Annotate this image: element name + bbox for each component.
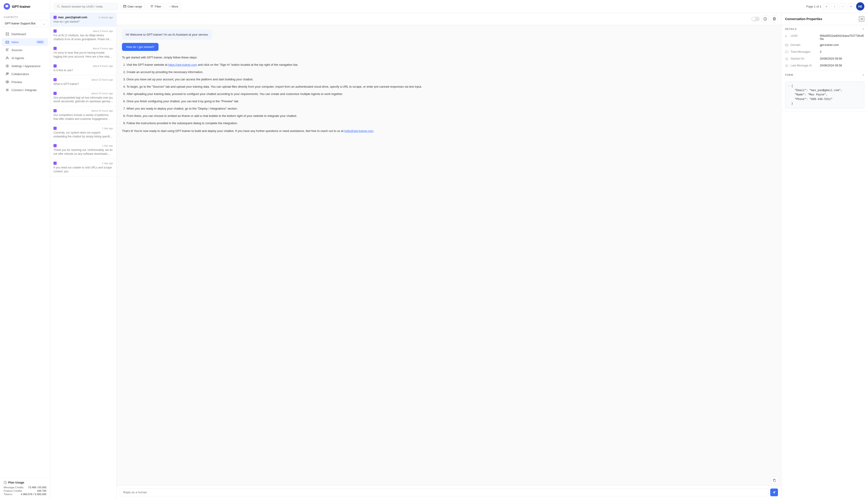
conversation-list: max_pan@gmail.com 1 minute ago How do I … [50,13,117,499]
gpt-trainer-link[interactable]: https://gpt-trainer.com [168,63,197,66]
send-button[interactable] [770,488,778,496]
props-header: Conversation Properties ✕ [782,13,868,25]
step-1: Visit the GPT-trainer website at https:/… [127,62,776,67]
topbar-right: Page 1 of 1 « ‹ › » HE [806,2,865,11]
tokens-value: 4.969.976 / 5.000.000 [21,493,46,496]
svg-point-11 [7,89,8,90]
sidebar-item-sources[interactable]: Sources [2,46,48,54]
conversation-item[interactable]: 1 day ago If you need our crawler to vis… [50,159,116,177]
conversation-item[interactable]: 1 day ago Thank you for reaching out. Un… [50,141,116,159]
conv-icon [53,144,57,147]
support-email-link[interactable]: hello@gpt-trainer.com [344,129,373,133]
conv-icon [53,64,57,68]
sidebar-item-inbox-label: Inbox [11,40,19,44]
page-info: Page 1 of 1 [806,5,822,8]
conv-preview: Our competitors include a variety of pla… [53,113,113,121]
toggle-button[interactable] [751,17,760,21]
conv-preview: I'm sorry to hear that you're having tro… [53,51,113,59]
plan-usage-title: Plan Usage [4,481,46,484]
details-section: DETAILS ∧ # UUID 956a5f022ad042c6aea7537… [782,25,868,71]
inbox-icon [5,40,9,44]
conv-preview: Ons privacybeleid legt uit hoe informati… [53,96,113,104]
step-3: Once you have set up your account, you c… [127,77,776,82]
chat-panel: Hi! Welcome to GPT-trainer! I'm an AI As… [117,13,781,499]
chat-input[interactable] [120,488,769,496]
grid-icon [5,32,9,36]
sidebar-item-preview-label: Preview [11,80,22,84]
conv-time: about 24 hours ago [91,92,113,95]
app-name: GPT-trainer [12,4,31,9]
sidebar-item-ai-agents[interactable]: AI Agents [2,54,48,62]
form-json: - { "Email": "max_pan@gmail.com", "Name"… [785,82,864,108]
sidebar-item-dashboard[interactable]: Dashboard [2,30,48,38]
sidebar-item-inbox[interactable]: Inbox 4625 [2,38,48,46]
page-next-button[interactable]: › [840,3,846,10]
started-on-row: Started On 20/08/2024 09:56 [782,56,868,62]
details-chevron-icon: ∧ [862,27,864,31]
svg-rect-5 [6,41,9,44]
form-section-header[interactable]: FORM ∧ [782,71,868,79]
message-credits-row: Message Credits: 73.489 / 50.000 [4,486,46,489]
svg-rect-2 [8,33,9,34]
form-section-title: FORM [785,73,793,76]
conversation-item[interactable]: about 9 hours ago Is it free to use? [50,62,116,75]
plan-icon [4,481,7,484]
copy-icon [773,479,776,482]
uuid-row: # UUID 956a5f022ad042c6aea753773fcd5f3e [782,33,868,42]
sidebar: GPT-trainer Chatbots GPT-trainer Support… [0,0,50,499]
delete-button[interactable] [771,15,778,23]
started-on-value: 20/08/2024 09:56 [820,57,842,60]
last-message-value: 20/08/2024 09:56 [820,64,842,67]
step-7: When you are ready to deploy your chatbo… [127,106,776,111]
sidebar-item-sources-label: Sources [11,48,22,52]
conv-email: max_pan@gmail.com [58,16,97,19]
page-prev-button[interactable]: ‹ [831,3,838,10]
conversation-item[interactable]: max_pan@gmail.com 1 minute ago How do I … [50,13,116,27]
conversation-item[interactable]: about 22 hours ago What is GPT-trainer? [50,75,116,89]
svg-rect-3 [6,34,7,36]
props-close-button[interactable]: ✕ [859,16,864,22]
bot-selector[interactable]: GPT-trainer Support Bot ⌄ [2,20,48,27]
message-credits-value: 73.489 / 50.000 [28,486,46,489]
chevron-down-icon: ⌄ [43,22,45,25]
conversation-item[interactable]: about 5 hours ago I'm sorry to hear that… [50,44,116,62]
step-8: From there, you can choose to embed an i… [127,113,776,119]
svg-rect-19 [785,51,788,53]
conversation-item[interactable]: about 3 hours ago For at få 12 chatbots,… [50,27,116,44]
sidebar-item-settings[interactable]: Settings / Appearance [2,62,48,70]
page-first-button[interactable]: « [823,3,830,10]
info-button[interactable] [762,15,769,23]
conv-time: 1 minute ago [98,16,113,19]
more-button[interactable]: › More [167,3,181,10]
uuid-value: 956a5f022ad042c6aea753773fcd5f3e [820,34,864,41]
conv-icon [53,92,57,95]
conversation-item[interactable]: 1 day ago Currently, our system does not… [50,124,116,142]
hash-icon: # [785,35,789,38]
conv-preview: What is GPT-trainer? [53,82,113,86]
copy-button[interactable] [771,477,778,484]
sidebar-item-connect[interactable]: Connect / Integrate [2,86,48,94]
search-box[interactable] [54,3,118,10]
svg-rect-14 [123,5,126,8]
sidebar-item-collaborators[interactable]: Collaborators [2,70,48,78]
conv-icon [53,16,57,19]
collab-icon [5,72,9,76]
sidebar-nav: Dashboard Inbox 4625 Sources AI Agents [0,29,50,478]
form-section: FORM ∧ - { "Email": "max_pan@gmail.com",… [782,71,868,111]
sidebar-item-preview[interactable]: Preview [2,78,48,86]
conversation-item[interactable]: about 24 hours ago Our competitors inclu… [50,106,116,124]
conv-time: about 22 hours ago [91,78,113,81]
search-input[interactable] [61,5,115,8]
conv-preview: Is it free to use? [53,69,113,72]
date-range-button[interactable]: Date range [120,3,145,10]
filter-button[interactable]: Filter [147,3,164,10]
svg-point-9 [8,73,9,74]
response-outro: That's it! You're now ready to start usi… [122,129,776,134]
user-avatar: HE [856,2,864,11]
agent-icon [5,56,9,60]
started-on-label: Started On [790,57,818,60]
conversation-item[interactable]: about 24 hours ago Ons privacybeleid leg… [50,89,116,107]
page-last-button[interactable]: » [848,3,854,10]
details-section-header[interactable]: DETAILS ∧ [782,25,868,33]
chevron-right-icon: › [169,5,170,8]
